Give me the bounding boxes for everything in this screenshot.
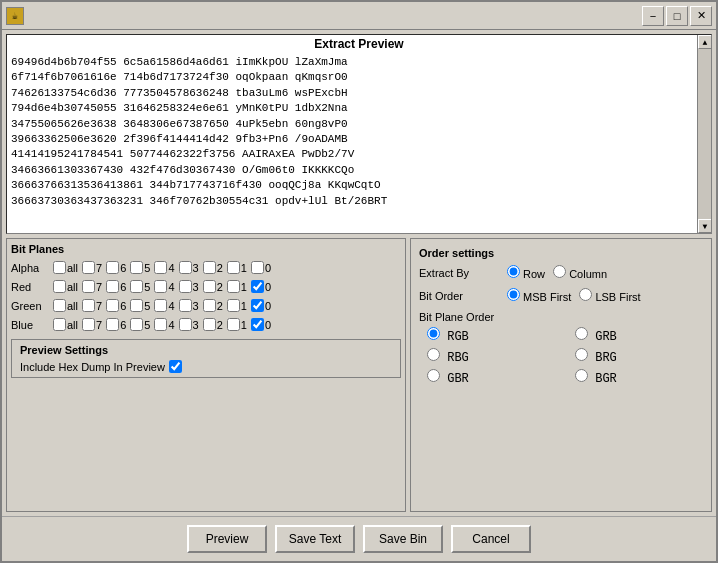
- red-4-checkbox[interactable]: 4: [154, 280, 174, 293]
- rgb-radio[interactable]: [427, 327, 440, 340]
- row-radio[interactable]: [507, 265, 520, 278]
- red-0-checkbox[interactable]: 0: [251, 280, 271, 293]
- msb-radio-label[interactable]: MSB First: [507, 288, 571, 303]
- bgr-label: BGR: [595, 372, 617, 386]
- gbr-radio-label[interactable]: GBR: [427, 369, 555, 386]
- grb-radio[interactable]: [575, 327, 588, 340]
- blue-1-checkbox[interactable]: 1: [227, 318, 247, 331]
- preview-content: 69496d4b6b704f55 6c5a61586d4a6d61 iImKkp…: [7, 53, 711, 211]
- red-all-checkbox[interactable]: all: [53, 280, 78, 293]
- red-7-checkbox[interactable]: 7: [82, 280, 102, 293]
- scroll-up-button[interactable]: ▲: [698, 35, 712, 49]
- alpha-6-checkbox[interactable]: 6: [106, 261, 126, 274]
- alpha-all-checkbox[interactable]: all: [53, 261, 78, 274]
- main-window: ☕ − □ ✕ Extract Preview 69496d4b6b704f55…: [0, 0, 718, 563]
- alpha-5-checkbox[interactable]: 5: [130, 261, 150, 274]
- green-0-checkbox[interactable]: 0: [251, 299, 271, 312]
- green-5-checkbox[interactable]: 5: [130, 299, 150, 312]
- bit-plane-order-label: Bit Plane Order: [419, 311, 703, 323]
- cancel-button[interactable]: Cancel: [451, 525, 531, 553]
- blue-4-checkbox[interactable]: 4: [154, 318, 174, 331]
- green-label: Green: [11, 300, 49, 312]
- rbg-radio-label[interactable]: RBG: [427, 348, 555, 365]
- grb-label: GRB: [595, 330, 617, 344]
- blue-2-checkbox[interactable]: 2: [203, 318, 223, 331]
- brg-label: BRG: [595, 351, 617, 365]
- blue-3-checkbox[interactable]: 3: [179, 318, 199, 331]
- green-1-checkbox[interactable]: 1: [227, 299, 247, 312]
- green-7-checkbox[interactable]: 7: [82, 299, 102, 312]
- hex-dump-label: Include Hex Dump In Preview: [20, 361, 165, 373]
- alpha-4-checkbox[interactable]: 4: [154, 261, 174, 274]
- lsb-radio-label[interactable]: LSB First: [579, 288, 640, 303]
- msb-label: MSB First: [523, 291, 571, 303]
- gbr-label: GBR: [447, 372, 469, 386]
- rbg-label: RBG: [447, 351, 469, 365]
- close-button[interactable]: ✕: [690, 6, 712, 26]
- scroll-down-button[interactable]: ▼: [698, 219, 712, 233]
- grb-radio-label[interactable]: GRB: [575, 327, 703, 344]
- maximize-button[interactable]: □: [666, 6, 688, 26]
- bit-plane-order-section: Bit Plane Order RGB GRB RBG: [419, 311, 703, 386]
- button-bar: Preview Save Text Save Bin Cancel: [2, 516, 716, 561]
- red-1-checkbox[interactable]: 1: [227, 280, 247, 293]
- red-5-checkbox[interactable]: 5: [130, 280, 150, 293]
- bgr-radio-label[interactable]: BGR: [575, 369, 703, 386]
- green-row: Green all 7 6 5 4 3 2 1 0: [11, 299, 401, 312]
- msb-radio[interactable]: [507, 288, 520, 301]
- preview-settings-section: Preview Settings Include Hex Dump In Pre…: [11, 339, 401, 378]
- alpha-label: Alpha: [11, 262, 49, 274]
- bgr-radio[interactable]: [575, 369, 588, 382]
- alpha-1-checkbox[interactable]: 1: [227, 261, 247, 274]
- bit-planes-label: Bit Planes: [11, 243, 401, 255]
- rgb-radio-label[interactable]: RGB: [427, 327, 555, 344]
- app-icon: ☕: [6, 7, 24, 25]
- lsb-label: LSB First: [595, 291, 640, 303]
- gbr-radio[interactable]: [427, 369, 440, 382]
- red-6-checkbox[interactable]: 6: [106, 280, 126, 293]
- preview-title: Extract Preview: [7, 35, 711, 53]
- blue-0-checkbox[interactable]: 0: [251, 318, 271, 331]
- alpha-2-checkbox[interactable]: 2: [203, 261, 223, 274]
- green-3-checkbox[interactable]: 3: [179, 299, 199, 312]
- lsb-radio[interactable]: [579, 288, 592, 301]
- minimize-button[interactable]: −: [642, 6, 664, 26]
- row-radio-label[interactable]: Row: [507, 265, 545, 280]
- red-row: Red all 7 6 5 4 3 2 1 0: [11, 280, 401, 293]
- order-settings-section: Order settings Extract By Row Column Bit…: [410, 238, 712, 512]
- column-radio-label[interactable]: Column: [553, 265, 607, 280]
- blue-7-checkbox[interactable]: 7: [82, 318, 102, 331]
- save-text-button[interactable]: Save Text: [275, 525, 355, 553]
- brg-radio[interactable]: [575, 348, 588, 361]
- save-bin-button[interactable]: Save Bin: [363, 525, 443, 553]
- red-2-checkbox[interactable]: 2: [203, 280, 223, 293]
- bit-order-label: Bit Order: [419, 290, 499, 302]
- order-settings-label: Order settings: [419, 247, 703, 259]
- blue-all-checkbox[interactable]: all: [53, 318, 78, 331]
- green-6-checkbox[interactable]: 6: [106, 299, 126, 312]
- hex-dump-checkbox[interactable]: [169, 360, 182, 373]
- blue-label: Blue: [11, 319, 49, 331]
- alpha-7-checkbox[interactable]: 7: [82, 261, 102, 274]
- alpha-3-checkbox[interactable]: 3: [179, 261, 199, 274]
- blue-6-checkbox[interactable]: 6: [106, 318, 126, 331]
- brg-radio-label[interactable]: BRG: [575, 348, 703, 365]
- column-label: Column: [569, 268, 607, 280]
- preview-button[interactable]: Preview: [187, 525, 267, 553]
- alpha-0-checkbox[interactable]: 0: [251, 261, 271, 274]
- preview-settings-label: Preview Settings: [20, 344, 392, 356]
- blue-5-checkbox[interactable]: 5: [130, 318, 150, 331]
- scrollbar[interactable]: ▲ ▼: [697, 35, 711, 233]
- preview-area: Extract Preview 69496d4b6b704f55 6c5a615…: [6, 34, 712, 234]
- row-label: Row: [523, 268, 545, 280]
- green-all-checkbox[interactable]: all: [53, 299, 78, 312]
- hex-dump-row: Include Hex Dump In Preview: [20, 360, 392, 373]
- rgb-label: RGB: [447, 330, 469, 344]
- rbg-radio[interactable]: [427, 348, 440, 361]
- extract-by-row: Extract By Row Column: [419, 265, 703, 280]
- column-radio[interactable]: [553, 265, 566, 278]
- green-4-checkbox[interactable]: 4: [154, 299, 174, 312]
- green-2-checkbox[interactable]: 2: [203, 299, 223, 312]
- red-3-checkbox[interactable]: 3: [179, 280, 199, 293]
- alpha-row: Alpha all 7 6 5 4 3 2 1 0: [11, 261, 401, 274]
